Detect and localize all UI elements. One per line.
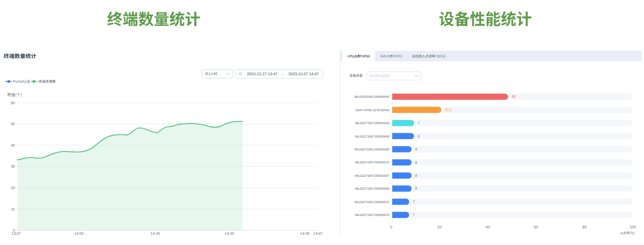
svg-text:14:00: 14:00 bbox=[74, 232, 84, 235]
svg-text:20: 20 bbox=[11, 186, 15, 190]
svg-text:50: 50 bbox=[11, 122, 15, 126]
svg-text:WL022710KC18000280: WL022710KC18000280 bbox=[354, 147, 390, 151]
svg-text:14:30: 14:30 bbox=[225, 232, 235, 235]
svg-text:60: 60 bbox=[11, 101, 15, 105]
svg-text:100: 100 bbox=[630, 225, 636, 229]
svg-text:8: 8 bbox=[415, 174, 418, 177]
svg-text:10: 10 bbox=[11, 207, 15, 211]
svg-text:9: 9 bbox=[418, 134, 420, 138]
svg-text:14:47: 14:47 bbox=[313, 232, 323, 235]
svg-text:14:45: 14:45 bbox=[300, 232, 310, 235]
svg-text:6047-FF96-1070-EF0A: 6047-FF96-1070-EF0A bbox=[356, 108, 390, 112]
svg-text:40: 40 bbox=[486, 225, 490, 229]
svg-text:0: 0 bbox=[390, 225, 392, 229]
svg-text:WL022710K725000102: WL022710K725000102 bbox=[355, 121, 390, 125]
svg-text:9: 9 bbox=[418, 121, 420, 125]
svg-text:WL022710K725000470: WL022710K725000470 bbox=[355, 213, 390, 217]
svg-text:8: 8 bbox=[415, 186, 418, 190]
svg-text:8: 8 bbox=[415, 147, 418, 151]
svg-text:7: 7 bbox=[413, 213, 415, 217]
svg-text:40: 40 bbox=[11, 143, 15, 147]
svg-text:WL022710K725000272: WL022710K725000272 bbox=[355, 160, 390, 164]
svg-text:80: 80 bbox=[582, 225, 587, 229]
svg-text:14:15: 14:15 bbox=[150, 232, 160, 235]
svg-text:2023-12-27 13:47: 2023-12-27 13:47 bbox=[247, 71, 277, 76]
svg-text:48: 48 bbox=[511, 95, 516, 98]
svg-text:WL023610KC06000043: WL023610KC06000043 bbox=[354, 95, 390, 98]
svg-text:WL022710K725000307: WL022710K725000307 bbox=[355, 174, 390, 177]
svg-text:20.3: 20.3 bbox=[445, 108, 452, 112]
svg-text:7: 7 bbox=[413, 200, 415, 204]
svg-text:20: 20 bbox=[437, 225, 442, 229]
svg-text:13:47: 13:47 bbox=[11, 232, 21, 235]
svg-text:WL022710KC18000372: WL022710KC18000372 bbox=[354, 200, 390, 204]
svg-text:WL022710K725000369: WL022710K725000369 bbox=[355, 186, 390, 190]
svg-text:WL022710K725000409: WL022710K725000409 bbox=[355, 134, 390, 138]
svg-text:30: 30 bbox=[11, 164, 15, 168]
svg-text:60: 60 bbox=[534, 225, 538, 229]
svg-text:2023-12-27 14:47: 2023-12-27 14:47 bbox=[288, 71, 319, 76]
svg-text:8: 8 bbox=[415, 161, 418, 164]
